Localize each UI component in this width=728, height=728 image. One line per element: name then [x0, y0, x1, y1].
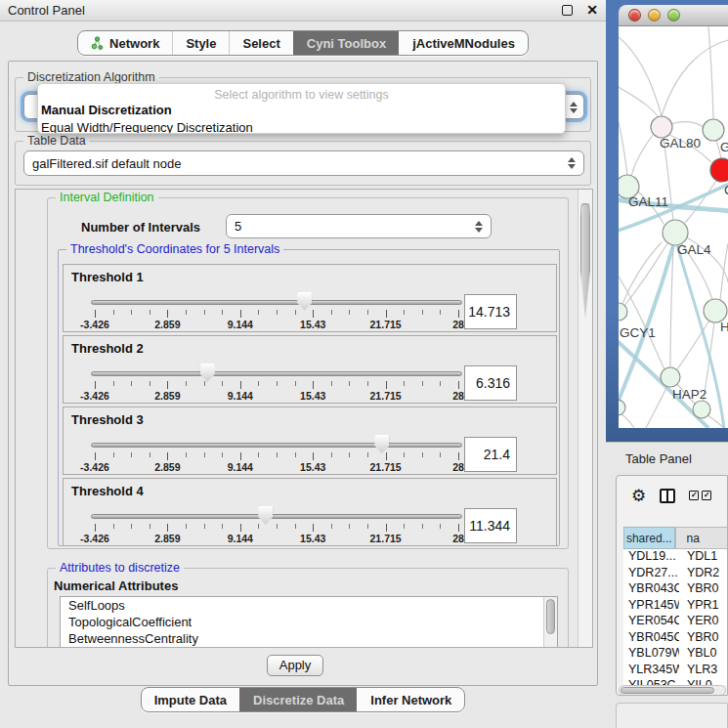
threshold-panel-3: Threshold 3-3.4262.8599.14415.4321.71528…	[63, 407, 557, 475]
network-view-window: GAL80GACGAL11GAL4GCY1HHAP2	[619, 5, 728, 429]
column-header-name[interactable]: na	[675, 527, 728, 549]
slider-tick-label: -3.426	[80, 319, 109, 330]
table-horizontal-scrollbar[interactable]	[619, 685, 726, 696]
hap2-node[interactable]	[661, 367, 680, 387]
selected-node[interactable]	[710, 158, 728, 182]
gal-node[interactable]	[703, 119, 724, 141]
slider-tick	[440, 452, 441, 457]
table-row[interactable]: YBR045CYBR0	[623, 630, 728, 647]
cell-shared-name: YDL19...	[623, 549, 679, 566]
cyni-toolbox-panel: Discretization Algorithm Table Data galF…	[8, 61, 598, 686]
slider-thumb[interactable]	[258, 506, 273, 525]
slider-thumb[interactable]	[374, 435, 389, 453]
tab-label: Discretize Data	[253, 693, 344, 707]
tab-impute-data[interactable]: Impute Data	[142, 688, 239, 711]
slider-tick	[277, 381, 278, 386]
attribute-list-item[interactable]: SelfLoops	[61, 597, 557, 614]
apply-button[interactable]: Apply	[267, 655, 323, 676]
table-row[interactable]: YBR043CYBR0	[623, 581, 728, 598]
threshold-value-field[interactable]: 21.4	[464, 437, 517, 472]
slider-tick	[277, 524, 278, 529]
tab-network[interactable]: Network	[78, 31, 172, 55]
network-canvas[interactable]: GAL80GACGAL11GAL4GCY1HHAP2	[619, 26, 728, 428]
cell-name: YBR0	[679, 581, 728, 598]
slider-tick	[367, 310, 368, 315]
cell-shared-name: YLR345W	[623, 663, 679, 679]
close-icon[interactable]: ✕	[586, 5, 598, 16]
slider-thumb[interactable]	[200, 364, 215, 382]
threshold-slider[interactable]: -3.4262.8599.14415.4321.71528	[91, 294, 462, 331]
threshold-panel-1: Threshold 1-3.4262.8599.14415.4321.71528…	[63, 264, 557, 332]
attributes-to-discretize-title: Attributes to discretize	[56, 561, 184, 576]
numerical-attributes-list[interactable]: SelfLoopsTopologicalCoefficientBetweenne…	[60, 596, 558, 648]
threshold-value-field[interactable]: 14.713	[464, 294, 517, 329]
tab-label: Style	[186, 36, 216, 51]
table-row[interactable]: YBL079WYBL0	[623, 646, 728, 663]
table-row[interactable]: YDR27...YDR2	[623, 566, 728, 582]
tab-cyni-toolbox[interactable]: Cyni Toolbox	[293, 31, 399, 55]
slider-tick	[295, 524, 296, 529]
tab-discretize-data[interactable]: Discretize Data	[239, 688, 357, 711]
slider-tick-label: 21.715	[370, 390, 402, 402]
table-data-combo[interactable]: galFiltered.sif default node	[23, 150, 584, 176]
threshold-value-field[interactable]: 6.316	[464, 365, 517, 401]
network-edge	[720, 243, 728, 300]
cell-shared-name: YIL053C	[623, 678, 679, 685]
column-header-shared-name[interactable]: shared...	[623, 527, 675, 549]
slider-tick	[95, 310, 96, 318]
tab-style[interactable]: Style	[172, 31, 229, 55]
attribute-list-item[interactable]: BetweennessCentrality	[61, 630, 557, 647]
threshold-slider[interactable]: -3.4262.8599.14415.4321.71528	[91, 365, 462, 403]
checkbox-icon[interactable]: ✓	[702, 491, 711, 500]
tab-select[interactable]: Select	[229, 31, 292, 55]
slider-tick	[386, 381, 387, 389]
gear-icon[interactable]: ⚙	[631, 488, 646, 504]
node-b[interactable]	[619, 400, 625, 415]
threshold-slider[interactable]: -3.4262.8599.14415.4321.71528	[91, 508, 462, 545]
node-label: C	[724, 183, 728, 197]
slider-track	[91, 443, 462, 448]
algorithm-option-manual[interactable]: Manual Discretization	[38, 102, 565, 119]
network-window-titlebar[interactable]	[619, 5, 728, 26]
slider-tick	[313, 452, 314, 460]
table-row[interactable]: YIL053CYIL0	[623, 678, 728, 685]
table-row[interactable]: YLR345WYLR3	[623, 663, 728, 679]
tab-jactivemnodules[interactable]: jActiveMNodules	[399, 31, 528, 55]
table-row[interactable]: YPR145WYPR1	[623, 598, 728, 615]
slider-tick	[331, 452, 332, 457]
slider-tick	[240, 452, 241, 460]
slider-tick	[258, 381, 259, 386]
threshold-value-field[interactable]: 11.344	[464, 508, 517, 543]
network-edge	[670, 245, 673, 367]
zoom-traffic-light[interactable]	[667, 9, 680, 21]
number-of-intervals-combo[interactable]: 5	[226, 214, 492, 238]
float-window-icon[interactable]	[562, 5, 573, 16]
threshold-slider[interactable]: -3.4262.8599.14415.4321.71528	[91, 437, 462, 474]
slider-tick-label: 15.43	[300, 461, 325, 473]
combo-arrows-icon	[475, 221, 483, 233]
split-view-icon[interactable]	[660, 489, 675, 503]
slider-thumb[interactable]	[297, 292, 312, 311]
table-row[interactable]: YDL19...YDL1	[623, 549, 728, 566]
node-a[interactable]	[693, 401, 710, 418]
slider-tick-label: 9.144	[228, 533, 253, 544]
attributes-list-scrollbar[interactable]	[543, 597, 557, 648]
slider-tick	[349, 524, 350, 529]
network-icon	[91, 36, 104, 51]
gal80-node[interactable]	[651, 116, 672, 138]
table-row[interactable]: YER054CYER0	[623, 614, 728, 630]
network-edge	[677, 321, 709, 369]
numerical-attributes-label: Numerical Attributes	[54, 578, 178, 593]
tab-infer-network[interactable]: Infer Network	[357, 688, 464, 711]
gcy1-node[interactable]	[619, 303, 627, 321]
algorithm-option-equal-width[interactable]: Equal Width/Frequency Discretization	[38, 119, 565, 134]
panel-vertical-scrollbar[interactable]	[578, 190, 592, 647]
network-graph[interactable]: GAL80GACGAL11GAL4GCY1HHAP2	[619, 26, 728, 428]
minimize-traffic-light[interactable]	[648, 9, 661, 21]
algorithm-dropdown-popup: Select algorithm to view settings Manual…	[37, 83, 566, 134]
attribute-list-item[interactable]: TopologicalCoefficient	[61, 614, 557, 630]
slider-tick	[131, 310, 132, 315]
network-view-background: GAL80GACGAL11GAL4GCY1HHAP2	[606, 0, 728, 442]
close-traffic-light[interactable]	[628, 9, 641, 21]
checkbox-icon[interactable]: ✓	[689, 491, 699, 500]
